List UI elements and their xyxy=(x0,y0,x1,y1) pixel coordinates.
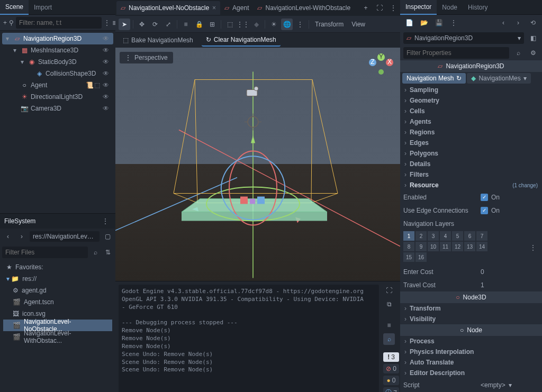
sort-icon[interactable]: ⇅ xyxy=(103,247,113,258)
layer-cell[interactable]: 13 xyxy=(464,242,475,251)
clear-navmesh-button[interactable]: ↻ Clear NavigationMesh xyxy=(202,34,281,47)
prop-group[interactable]: ›Edges xyxy=(400,138,542,148)
node-tab[interactable]: Node xyxy=(437,0,463,15)
script-value[interactable]: <empty> ▾ xyxy=(481,381,539,389)
prop-group[interactable]: ›Details xyxy=(400,159,542,169)
prop-group[interactable]: ›Transform xyxy=(400,303,542,314)
info-count[interactable]: ⓘ 7 xyxy=(383,387,399,392)
navmesh-res-tab[interactable]: ◆NavigationMes ▾ xyxy=(467,73,530,84)
tree-node[interactable]: ○Agent📜⬚👁 xyxy=(2,79,113,91)
move-tool-icon[interactable]: ✥ xyxy=(136,19,148,30)
layer-cell[interactable]: 7 xyxy=(476,231,487,241)
layer-cell[interactable]: 16 xyxy=(415,252,427,262)
scene-filter-input[interactable] xyxy=(16,17,102,29)
prop-group[interactable]: ›Auto Translate xyxy=(400,357,542,368)
layer-cell[interactable]: 15 xyxy=(403,252,414,262)
next-icon[interactable]: › xyxy=(512,17,524,29)
layer-cell[interactable]: 8 xyxy=(403,242,414,251)
layer-cell[interactable]: 5 xyxy=(452,231,463,241)
history-icon[interactable]: ⟲ xyxy=(527,17,539,29)
more-icon[interactable]: ⋮ xyxy=(104,17,110,29)
globe-icon[interactable]: 🌐 xyxy=(281,19,293,30)
sun-icon[interactable]: ☀ xyxy=(268,19,279,30)
viewport-3d[interactable]: ⋮ Perspective X Y Z xyxy=(115,48,400,281)
layer-cell[interactable]: 3 xyxy=(428,231,439,241)
layer-cell[interactable]: 11 xyxy=(440,242,451,251)
link-icon[interactable]: ⚲ xyxy=(9,17,14,29)
filter-icon[interactable]: ≡ xyxy=(383,320,395,331)
enter-cost-value[interactable]: 0 xyxy=(481,268,539,276)
inspector-tab[interactable]: Inspector xyxy=(400,0,437,15)
prop-group[interactable]: ›Geometry xyxy=(400,95,542,106)
travel-cost-value[interactable]: 1 xyxy=(481,281,539,289)
tree-node[interactable]: ☀DirectionalLight3D👁 xyxy=(2,91,113,103)
fatal-count[interactable]: ⊘ 0 xyxy=(383,364,399,373)
error-count[interactable]: ! 3 xyxy=(383,352,399,362)
save-icon[interactable]: 💾 xyxy=(433,17,445,29)
rotate-tool-icon[interactable]: ⟳ xyxy=(149,19,161,30)
scene-file-tab[interactable]: ▱NavigationLevel-WithObstacle xyxy=(253,1,355,15)
layer-cell[interactable]: 6 xyxy=(464,231,475,241)
layer-cell[interactable]: 9 xyxy=(415,242,427,251)
navmesh-tab[interactable]: Navigation Mesh ↻ xyxy=(402,73,466,84)
prop-group[interactable]: ›Regions xyxy=(400,127,542,138)
transform-menu[interactable]: Transform xyxy=(312,21,347,28)
nav-fwd-icon[interactable]: › xyxy=(16,231,28,242)
layer-cell[interactable]: 4 xyxy=(440,231,451,241)
snap-icon[interactable]: ⋮⋮ xyxy=(237,19,249,30)
tree-node[interactable]: ▾▦MeshInstance3D👁 xyxy=(2,44,113,56)
add-scene-icon[interactable]: + xyxy=(360,2,372,14)
more-icon[interactable]: ⋮ xyxy=(448,17,459,29)
cube-icon[interactable]: ⬚ xyxy=(224,19,236,30)
tree-node[interactable]: ◈CollisionShape3D👁 xyxy=(2,68,113,79)
prop-group[interactable]: ›Polygons xyxy=(400,148,542,159)
warn-count[interactable]: ● 0 xyxy=(383,376,399,385)
layers-more-icon[interactable]: ⋮ xyxy=(527,242,539,253)
prop-group[interactable]: ›Physics Interpolation xyxy=(400,347,542,357)
more-icon[interactable]: ⋮ xyxy=(294,19,306,30)
prop-group[interactable]: ›Filters xyxy=(400,169,542,180)
fs-path[interactable]: res://NavigationLevel-NoO xyxy=(30,231,100,242)
prop-group[interactable]: ›Sampling xyxy=(400,85,542,95)
fs-item[interactable]: 🎬NavigationLevel-WithObstac... xyxy=(3,331,112,343)
more-icon[interactable]: ⋮ xyxy=(100,215,111,227)
prop-group[interactable]: ›Cells xyxy=(400,106,542,116)
copy-icon[interactable]: ⧉ xyxy=(383,298,395,310)
more-icon[interactable]: ⋮ xyxy=(387,2,399,14)
select-tool-icon[interactable]: ➤ xyxy=(119,19,130,30)
lock-icon[interactable]: 🔒 xyxy=(193,19,205,30)
search-icon[interactable]: ⌕ xyxy=(512,47,524,59)
bake-navmesh-button[interactable]: ⬚ Bake NavigationMesh xyxy=(119,34,197,46)
layer-cell[interactable]: 10 xyxy=(428,242,439,251)
import-tab[interactable]: Import xyxy=(29,0,57,15)
fs-root[interactable]: ▾ 📁 res:// xyxy=(3,273,112,285)
prev-icon[interactable]: ‹ xyxy=(498,17,509,29)
expand-icon[interactable]: ⛶ xyxy=(374,2,385,14)
filter-properties-input[interactable] xyxy=(403,47,509,59)
scale-tool-icon[interactable]: ⤢ xyxy=(162,19,174,30)
nav-back-icon[interactable]: ‹ xyxy=(2,231,14,242)
layer-cell[interactable]: 2 xyxy=(415,231,427,241)
view-menu[interactable]: View xyxy=(348,21,368,28)
doc-icon[interactable]: ◧ xyxy=(527,32,539,44)
history-tab[interactable]: History xyxy=(463,0,493,15)
enabled-checkbox[interactable]: ✓ xyxy=(481,194,488,201)
tree-node[interactable]: ▾▱NavigationRegion3D👁 xyxy=(2,33,113,44)
layer-cell[interactable]: 12 xyxy=(452,242,463,251)
inspected-node[interactable]: ▱NavigationRegion3D▾ xyxy=(403,32,524,44)
group-icon[interactable]: ⊞ xyxy=(206,19,218,30)
layer-cell[interactable]: 1 xyxy=(403,231,414,241)
prop-group[interactable]: ›Editor Description xyxy=(400,368,542,378)
prop-group[interactable]: ›Agents xyxy=(400,116,542,127)
scene-file-tab[interactable]: ▱Agent xyxy=(220,1,253,15)
resource-group[interactable]: ›Resource(1 change) xyxy=(400,180,542,190)
new-resource-icon[interactable]: 📄 xyxy=(403,17,415,29)
prop-group[interactable]: ›Visibility xyxy=(400,314,542,324)
fs-filter-input[interactable] xyxy=(2,247,88,258)
add-node-icon[interactable]: + xyxy=(3,17,7,29)
search-icon[interactable]: ⌕ xyxy=(90,247,101,258)
settings-icon[interactable]: ⚙ xyxy=(527,47,539,59)
layer-cell[interactable]: 14 xyxy=(476,242,487,251)
search-icon[interactable]: ⌕ xyxy=(383,333,395,345)
tree-node[interactable]: ▾◉StaticBody3D👁 xyxy=(2,56,113,68)
